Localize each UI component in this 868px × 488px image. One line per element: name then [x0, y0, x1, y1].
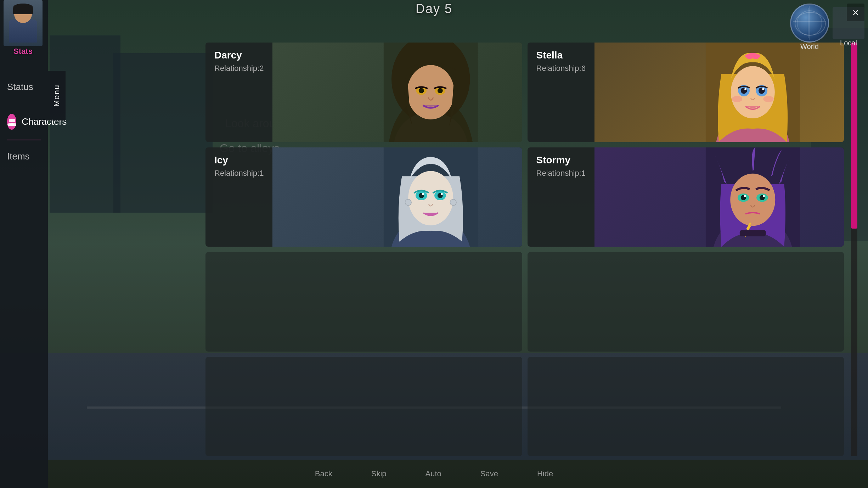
char-icy-name: Icy — [214, 155, 264, 166]
day-title: Day 5 — [416, 1, 452, 16]
stats-label: Stats — [13, 47, 33, 56]
top-bar: Day 5 — [0, 0, 868, 18]
char-darcy-relationship: Relationship:2 — [214, 64, 264, 73]
bottom-bar: Back Skip Auto Save Hide — [0, 460, 868, 488]
char-darcy-portrait — [272, 43, 522, 142]
svg-point-12 — [731, 66, 775, 118]
char-darcy-info: Darcy Relationship:2 — [205, 43, 272, 142]
close-button[interactable]: × — [847, 4, 864, 21]
svg-point-20 — [763, 96, 774, 102]
char-icy-relationship: Relationship:1 — [214, 169, 264, 178]
sidebar-item-characters[interactable]: Characters — [0, 103, 48, 140]
menu-tab-label: Menu — [52, 84, 61, 107]
char-stormy-portrait — [594, 147, 844, 247]
characters-icon — [7, 114, 16, 130]
svg-point-6 — [407, 65, 455, 119]
globe-icon — [790, 4, 829, 43]
char-stella-portrait — [594, 43, 844, 142]
save-button[interactable]: Save — [475, 467, 503, 480]
char-icy-info: Icy Relationship:1 — [205, 147, 272, 247]
local-label: Local — [840, 39, 857, 47]
svg-point-18 — [762, 88, 764, 90]
svg-point-27 — [422, 193, 424, 195]
char-card-darcy[interactable]: Darcy Relationship:2 — [205, 43, 522, 142]
char-icy-portrait — [272, 147, 522, 247]
back-button[interactable]: Back — [310, 467, 338, 480]
characters-grid: Darcy Relationship:2 — [205, 43, 844, 456]
stats-button[interactable]: Stats — [0, 0, 46, 57]
sidebar-nav: Status Characters Items — [0, 71, 48, 173]
svg-point-10 — [438, 88, 443, 93]
char-stella-name: Stella — [536, 50, 586, 61]
char-card-icy[interactable]: Icy Relationship:1 — [205, 147, 522, 247]
stats-avatar — [4, 0, 43, 46]
char-stormy-name: Stormy — [536, 155, 586, 166]
skip-button[interactable]: Skip — [366, 467, 392, 480]
char-stella-info: Stella Relationship:6 — [528, 43, 594, 142]
svg-point-38 — [763, 195, 765, 197]
svg-point-1 — [12, 119, 15, 122]
char-darcy-name: Darcy — [214, 50, 264, 61]
char-stormy-relationship: Relationship:1 — [536, 169, 586, 178]
sidebar-items-label: Items — [7, 151, 30, 162]
char-card-empty-3 — [205, 357, 522, 456]
sidebar-status-label: Status — [7, 82, 33, 92]
char-card-stella[interactable]: Stella Relationship:6 — [528, 43, 844, 142]
svg-point-30 — [450, 199, 457, 206]
char-card-stormy[interactable]: Stormy Relationship:1 — [528, 147, 844, 247]
svg-rect-39 — [740, 230, 766, 236]
char-stormy-info: Stormy Relationship:1 — [528, 147, 594, 247]
svg-point-22 — [408, 171, 453, 225]
char-stella-relationship: Relationship:6 — [536, 64, 586, 73]
scroll-bar[interactable] — [851, 43, 857, 456]
char-card-empty-4 — [528, 357, 844, 456]
char-card-empty-2 — [528, 252, 844, 352]
svg-point-32 — [730, 173, 775, 226]
sidebar: Status Characters Items — [0, 0, 48, 488]
auto-button[interactable]: Auto — [420, 467, 447, 480]
svg-point-29 — [405, 199, 412, 206]
svg-point-37 — [744, 195, 746, 197]
sidebar-item-items[interactable]: Items — [0, 140, 48, 173]
svg-point-17 — [744, 88, 746, 90]
hide-button[interactable]: Hide — [532, 467, 558, 480]
char-card-empty-1 — [205, 252, 522, 352]
svg-point-28 — [441, 193, 443, 195]
sidebar-item-status[interactable]: Status — [0, 71, 48, 103]
world-label: World — [800, 43, 819, 51]
svg-point-19 — [732, 96, 743, 102]
svg-point-9 — [419, 88, 424, 93]
world-button[interactable]: World — [790, 4, 829, 51]
scroll-thumb — [851, 43, 857, 229]
main-panel: Darcy Relationship:2 — [205, 43, 857, 456]
menu-tab[interactable]: Menu — [48, 71, 66, 120]
